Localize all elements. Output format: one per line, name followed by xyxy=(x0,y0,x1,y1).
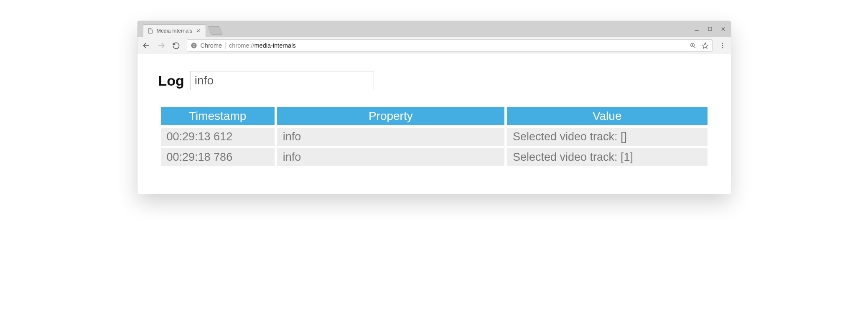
address-bar[interactable]: Chrome chrome://media-internals xyxy=(187,39,713,52)
forward-button[interactable] xyxy=(157,41,166,50)
omnibox-url-prefix: chrome:// xyxy=(229,42,254,49)
svg-marker-15 xyxy=(702,43,708,48)
svg-line-12 xyxy=(694,46,695,48)
omnibox-url-main: media-internals xyxy=(255,42,296,49)
table-row: 00:29:18 786 info Selected video track: … xyxy=(161,148,708,166)
tab-close-button[interactable] xyxy=(196,28,201,34)
maximize-button[interactable] xyxy=(707,25,713,32)
cell-property: info xyxy=(277,128,504,146)
titlebar: Media Internals xyxy=(137,21,731,37)
reload-button[interactable] xyxy=(172,41,181,50)
tab-title: Media Internals xyxy=(157,28,192,34)
log-header: Log xyxy=(158,71,710,90)
browser-tab[interactable]: Media Internals xyxy=(143,24,206,37)
browser-window: Media Internals xyxy=(137,21,731,194)
minimize-button[interactable] xyxy=(693,25,700,32)
bookmark-star-icon[interactable] xyxy=(702,42,709,49)
cell-property: info xyxy=(277,148,504,166)
zoom-icon[interactable] xyxy=(690,42,697,49)
new-tab-button[interactable] xyxy=(208,26,223,35)
col-header-property[interactable]: Property xyxy=(277,107,504,125)
svg-point-18 xyxy=(722,47,723,48)
omnibox-scheme: Chrome xyxy=(201,42,222,49)
omnibox-separator xyxy=(225,42,226,49)
page-content: Log Timestamp Property Value 00:29:13 61… xyxy=(137,54,731,194)
chrome-icon xyxy=(191,42,197,49)
log-filter-input[interactable] xyxy=(190,71,374,90)
cell-timestamp: 00:29:13 612 xyxy=(161,128,275,146)
col-header-timestamp[interactable]: Timestamp xyxy=(161,107,275,125)
cell-value: Selected video track: [] xyxy=(507,128,708,146)
cell-value: Selected video track: [1] xyxy=(507,148,708,166)
window-controls xyxy=(693,21,727,37)
log-table: Timestamp Property Value 00:29:13 612 in… xyxy=(158,104,710,169)
table-row: 00:29:13 612 info Selected video track: … xyxy=(161,128,708,146)
col-header-value[interactable]: Value xyxy=(507,107,708,125)
svg-point-10 xyxy=(193,45,195,46)
cell-timestamp: 00:29:18 786 xyxy=(161,148,275,166)
file-icon xyxy=(148,28,153,34)
back-button[interactable] xyxy=(142,41,151,50)
svg-point-17 xyxy=(722,45,723,46)
browser-menu-button[interactable] xyxy=(718,41,727,50)
log-heading: Log xyxy=(158,73,184,89)
omnibox-url: chrome://media-internals xyxy=(229,42,296,49)
table-header-row: Timestamp Property Value xyxy=(161,107,708,125)
browser-toolbar: Chrome chrome://media-internals xyxy=(137,37,731,54)
close-window-button[interactable] xyxy=(720,25,727,32)
svg-point-16 xyxy=(722,43,723,44)
svg-rect-3 xyxy=(708,27,712,30)
